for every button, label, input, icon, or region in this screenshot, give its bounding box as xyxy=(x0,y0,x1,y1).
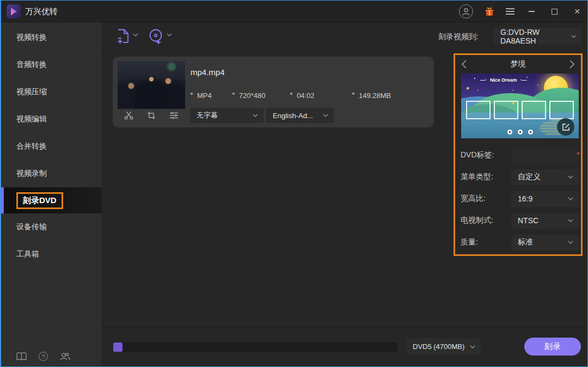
capacity-progress-bar[interactable] xyxy=(113,342,397,352)
chevron-down-icon xyxy=(568,241,573,244)
chapter-frame[interactable] xyxy=(522,101,546,119)
crop-icon[interactable] xyxy=(147,111,156,120)
sidebar-item-video-compress[interactable]: 视频压缩 xyxy=(1,78,102,106)
required-asterisk: * xyxy=(577,150,580,159)
meta-filesize: 149.28MB xyxy=(352,91,391,100)
sidebar-item-audio-convert[interactable]: 音频转换 xyxy=(1,51,102,78)
titlebar: 万兴优转 ✕ xyxy=(1,1,587,22)
sidebar-item-merge-convert[interactable]: 合并转换 xyxy=(1,133,102,160)
titlebar-controls: ✕ xyxy=(459,1,583,22)
chevron-down-icon xyxy=(568,197,573,200)
template-name: 梦境 xyxy=(511,59,526,69)
chevron-down-icon xyxy=(253,114,258,117)
disc-capacity-select[interactable]: DVD5 (4700MB) xyxy=(406,338,481,355)
template-preview[interactable]: ★ ★ —· Nice Dream ·— xyxy=(461,74,579,138)
dvd-label-row: DVD标签: xyxy=(461,147,580,163)
filename: mp4.mp4 xyxy=(191,68,225,77)
file-card: mp4.mp4 MP4 720*480 04:02 149.28MB 无字幕 E… xyxy=(113,57,434,127)
meta-duration: 04:02 xyxy=(290,91,352,100)
user-guide-icon[interactable] xyxy=(16,352,27,361)
gift-icon[interactable] xyxy=(484,6,495,17)
sidebar: 视频转换 音频转换 视频压缩 视频编辑 合并转换 视频录制 刻录DVD 设备传输… xyxy=(1,22,102,367)
audio-track-select[interactable]: English-Ad... xyxy=(266,108,334,123)
dvd-label-input[interactable] xyxy=(511,148,579,163)
effects-icon[interactable] xyxy=(169,112,179,119)
app-logo-icon xyxy=(7,4,21,19)
sidebar-item-burn-dvd[interactable]: 刻录DVD xyxy=(1,187,102,213)
pager-dot[interactable] xyxy=(518,130,523,134)
chevron-down-icon xyxy=(571,35,576,38)
quality-label: 质量: xyxy=(461,237,511,247)
close-button[interactable]: ✕ xyxy=(571,5,583,17)
sidebar-footer: ? xyxy=(1,352,102,361)
sidebar-item-screen-record[interactable]: 视频录制 xyxy=(1,160,102,187)
star-icon: ★ xyxy=(465,85,470,91)
chevron-down-icon xyxy=(568,175,573,179)
maximize-button[interactable] xyxy=(548,5,560,17)
chapter-frame[interactable] xyxy=(466,101,491,119)
sidebar-item-device-transfer[interactable]: 设备传输 xyxy=(1,213,102,241)
sidebar-item-video-convert[interactable]: 视频转换 xyxy=(1,24,102,51)
app-title: 万兴优转 xyxy=(25,7,58,17)
help-icon[interactable]: ? xyxy=(39,352,48,361)
video-thumbnail xyxy=(118,61,185,109)
thumbnail-toolbar xyxy=(118,111,185,120)
toolbar-divider xyxy=(102,52,588,53)
next-template-button[interactable] xyxy=(569,60,574,69)
chevron-down-icon xyxy=(323,114,328,117)
aspect-ratio-select[interactable]: 16:9 xyxy=(511,191,579,207)
file-meta-row: MP4 720*480 04:02 149.28MB xyxy=(191,91,391,100)
capacity-progress-fill xyxy=(113,342,122,352)
add-file-button[interactable] xyxy=(117,29,138,44)
bottom-divider xyxy=(102,327,588,328)
quality-row: 质量: 标准 xyxy=(461,234,580,250)
chapter-frames xyxy=(466,101,574,119)
burn-button[interactable]: 刻录 xyxy=(524,338,581,356)
stars-decoration xyxy=(461,74,462,75)
tv-standard-row: 电视制式: NTSC xyxy=(461,212,580,229)
chapter-frame[interactable] xyxy=(494,101,518,119)
dvd-label-label: DVD标签: xyxy=(461,150,511,160)
chevron-down-icon xyxy=(470,345,475,348)
preview-title: —· Nice Dream ·— xyxy=(461,77,546,83)
minimize-button[interactable] xyxy=(525,5,537,17)
load-dvd-button[interactable] xyxy=(149,29,172,44)
pager-dot[interactable] xyxy=(507,130,512,134)
quality-select[interactable]: 标准 xyxy=(511,235,579,250)
prev-template-button[interactable] xyxy=(462,60,467,69)
chevron-down-icon xyxy=(167,33,172,36)
sidebar-item-video-edit[interactable]: 视频编辑 xyxy=(1,106,102,133)
menu-icon[interactable] xyxy=(506,8,514,15)
sidebar-item-toolbox[interactable]: 工具箱 xyxy=(1,241,102,268)
edit-template-button[interactable] xyxy=(557,118,574,136)
share-contacts-icon[interactable] xyxy=(60,352,70,361)
chapter-frame[interactable] xyxy=(549,101,574,119)
chevron-down-icon xyxy=(568,219,573,222)
menu-type-select[interactable]: 自定义 xyxy=(511,169,579,185)
burn-target-label: 刻录视频到: xyxy=(438,32,479,42)
chevron-down-icon xyxy=(133,33,138,36)
aspect-ratio-label: 宽高比: xyxy=(461,194,511,204)
menu-type-row: 菜单类型: 自定义 xyxy=(461,169,580,185)
meta-format: MP4 xyxy=(191,91,232,100)
burn-target-select[interactable]: G:DVD-RW DA8AESH xyxy=(494,28,581,45)
pager-dot[interactable] xyxy=(528,130,533,134)
meta-resolution: 720*480 xyxy=(232,91,290,100)
tv-standard-select[interactable]: NTSC xyxy=(511,213,579,229)
account-avatar-icon[interactable] xyxy=(459,4,473,19)
menu-type-label: 菜单类型: xyxy=(461,172,511,182)
tv-standard-label: 电视制式: xyxy=(461,216,511,225)
subtitle-select[interactable]: 无字幕 xyxy=(190,108,264,123)
app-window: 万兴优转 ✕ 视频转换 xyxy=(0,0,588,367)
trim-icon[interactable] xyxy=(124,111,133,120)
aspect-ratio-row: 宽高比: 16:9 xyxy=(461,191,580,207)
dvd-template-panel: 梦境 ★ ★ —· Nice Dream ·— xyxy=(454,53,583,256)
template-header: 梦境 xyxy=(455,58,581,70)
